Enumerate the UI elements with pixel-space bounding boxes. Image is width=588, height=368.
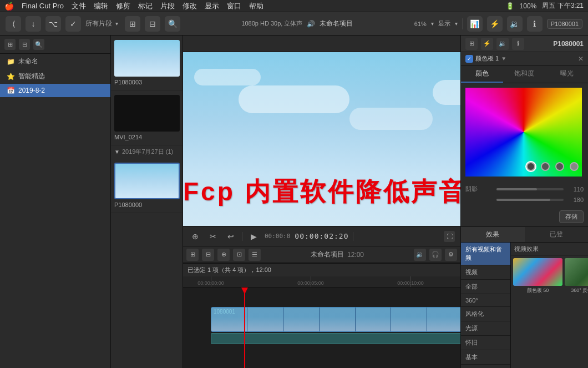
cat-basic[interactable]: 基本 xyxy=(461,350,510,365)
media-item-mvi0214[interactable]: MVI_0214 xyxy=(111,90,183,145)
color-wheel[interactable] xyxy=(465,88,582,177)
menu-trim[interactable]: 修剪 xyxy=(116,1,130,11)
cat-retro[interactable]: 怀旧 xyxy=(461,336,510,350)
color-dot-midtones[interactable] xyxy=(541,162,550,171)
sidebar-item-smart[interactable]: ⭐ 智能精选 xyxy=(0,69,110,84)
library-segments-label[interactable]: 所有片段 xyxy=(85,19,112,28)
save-button[interactable]: 存储 xyxy=(559,210,584,223)
zoom-chevron[interactable]: ▾ xyxy=(431,21,434,27)
inspector-btn-2[interactable]: ⚡ xyxy=(481,38,493,50)
lib-icon-unnamed: 📁 xyxy=(7,58,15,65)
inspector-btn-1[interactable]: ⊞ xyxy=(465,38,478,50)
media-expand-icon[interactable]: ▼ xyxy=(114,149,120,155)
play-btn[interactable]: ▶ xyxy=(247,230,260,243)
color-dot-highlights[interactable] xyxy=(555,162,564,171)
panel-close-btn[interactable]: ✕ xyxy=(578,55,584,63)
toolbar-btn-scope[interactable]: 📊 xyxy=(467,16,483,32)
cat-video[interactable]: 视频 xyxy=(461,265,510,280)
tab-color[interactable]: 颜色 xyxy=(461,65,503,83)
sidebar-ctrl-btn-1[interactable]: ⊞ xyxy=(4,39,16,50)
clip-thumbs xyxy=(211,307,460,331)
toolbar-btn-audio[interactable]: 🔉 xyxy=(507,16,523,32)
sidebar-search-btn[interactable]: 🔍 xyxy=(33,39,44,50)
apple-menu-icon[interactable]: 🍎 xyxy=(4,2,14,11)
clip-frame-2 xyxy=(247,307,283,331)
menu-file[interactable]: 文件 xyxy=(72,1,86,11)
tl-btn-back[interactable]: ⊞ xyxy=(186,249,199,261)
menu-display[interactable]: 显示 xyxy=(205,1,219,11)
toolbar-btn-back[interactable]: ⟨ xyxy=(6,16,21,32)
effect-item-colorboard[interactable]: 颜色板 50 xyxy=(513,258,562,295)
playhead[interactable] xyxy=(244,288,245,368)
menubar: 🍎 Final Cut Pro 文件 编辑 修剪 标记 片段 修改 显示 窗口 … xyxy=(0,0,588,12)
toolbar-btn-grid[interactable]: ⊟ xyxy=(145,16,160,32)
effect-item-360mirror[interactable]: 360° 反镜化遮罩 xyxy=(565,258,588,295)
effects-tab-saved[interactable]: 已登 xyxy=(525,227,589,242)
expand-btn[interactable]: ⛶ xyxy=(444,231,455,242)
panel-expand-icon[interactable]: ▼ xyxy=(501,56,506,62)
tl-btn-clip[interactable]: ⊡ xyxy=(233,249,245,261)
slider-shadow-track[interactable] xyxy=(496,188,564,190)
inspector-btn-info[interactable]: ℹ xyxy=(512,38,524,50)
clip-frame-7 xyxy=(427,307,460,331)
color-dot-global[interactable] xyxy=(570,162,579,171)
menu-clip[interactable]: 片段 xyxy=(160,1,175,11)
cat-all[interactable]: 全部 xyxy=(461,280,510,294)
tl-btn-settings[interactable]: ⚙ xyxy=(445,249,457,261)
sidebar: ⊞ ⊟ 🔍 📁 未命名 ⭐ 智能精选 📅 2019-8-2 xyxy=(0,36,111,368)
audio-clip[interactable] xyxy=(211,333,460,344)
cat-light[interactable]: 光源 xyxy=(461,321,510,336)
cat-keying[interactable]: 抠像 xyxy=(461,365,510,368)
video-clip[interactable]: 1080001 xyxy=(211,307,460,332)
toolbar-btn-split[interactable]: ⊞ xyxy=(125,16,140,32)
inspector-sliders: 阴影 110 180 xyxy=(461,181,588,207)
menu-mark[interactable]: 标记 xyxy=(138,1,153,11)
effect-thumb-colorboard xyxy=(513,258,562,286)
tab-saturation[interactable]: 饱和度 xyxy=(503,65,545,83)
menu-help[interactable]: 帮助 xyxy=(249,1,263,11)
menu-edit[interactable]: 编辑 xyxy=(94,1,108,11)
tab-exposure[interactable]: 曝光 xyxy=(546,65,588,83)
panel-label: 颜色板 1 xyxy=(475,54,499,63)
toolbar-btn-filter[interactable]: ⚡ xyxy=(487,16,503,32)
cat-all-video-audio[interactable]: 所有视频和音频 xyxy=(461,243,510,265)
effect-thumb-360mirror xyxy=(565,258,588,286)
undo-btn[interactable]: ↩ xyxy=(224,230,237,243)
add-to-timeline-btn[interactable]: ⊕ xyxy=(189,230,202,243)
display-chevron[interactable]: ▾ xyxy=(455,21,458,27)
menu-app-name[interactable]: Final Cut Pro xyxy=(22,2,64,10)
toolbar-btn-info[interactable]: ℹ xyxy=(527,16,543,32)
tl-btn-headphone[interactable]: 🎧 xyxy=(429,249,442,261)
toolbar-btn-down[interactable]: ↓ xyxy=(26,16,41,32)
menu-window[interactable]: 窗口 xyxy=(227,1,241,11)
menu-modify[interactable]: 修改 xyxy=(183,1,197,11)
zoom-level[interactable]: 61% xyxy=(414,21,427,27)
color-dot-shadows[interactable] xyxy=(526,162,535,171)
color-wheel-container xyxy=(461,83,588,181)
sidebar-item-date[interactable]: 📅 2019-8-2 xyxy=(0,84,110,97)
effects-tab-effects[interactable]: 效果 xyxy=(461,227,525,242)
slider-shadow-fill xyxy=(496,188,537,190)
media-item-p1080003[interactable]: P1080003 xyxy=(111,36,183,90)
toolbar-btn-check[interactable]: ✓ xyxy=(65,16,81,32)
slider-2-track[interactable] xyxy=(496,199,564,201)
cat-360[interactable]: 360° xyxy=(461,294,510,307)
slider-row-2: 180 xyxy=(465,195,584,205)
clip-trim-btn[interactable]: ✂ xyxy=(206,230,220,243)
tl-btn-link[interactable]: ⊕ xyxy=(217,249,230,261)
slider-2-fill xyxy=(496,199,550,201)
tl-btn-audio[interactable]: 🔉 xyxy=(414,249,426,261)
lib-label-date: 2019-8-2 xyxy=(18,87,45,94)
toolbar-btn-key[interactable]: ⌥ xyxy=(45,16,61,32)
tl-btn-view[interactable]: ☰ xyxy=(249,249,261,261)
sidebar-ctrl-btn-2[interactable]: ⊟ xyxy=(19,39,30,50)
media-item-selected[interactable]: P1080000 xyxy=(111,158,183,213)
tl-btn-split[interactable]: ⊟ xyxy=(202,249,214,261)
display-button[interactable]: 显示 xyxy=(438,19,450,28)
inspector-btn-audio[interactable]: 🔉 xyxy=(496,38,509,50)
panel-checkbox[interactable]: ✓ xyxy=(465,55,473,63)
toolbar-btn-search[interactable]: 🔍 xyxy=(165,16,180,32)
sidebar-item-unnamed[interactable]: 📁 未命名 xyxy=(0,54,110,69)
cat-stylize[interactable]: 风格化 xyxy=(461,307,510,321)
slider-row-shadow: 阴影 110 xyxy=(465,183,584,195)
